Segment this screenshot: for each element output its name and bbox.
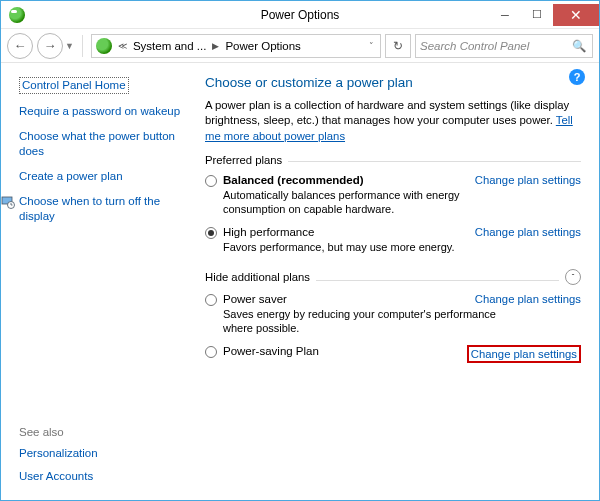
plan-name[interactable]: High performance — [223, 226, 314, 238]
address-bar[interactable]: ≪ System and ... ▶ Power Options ˅ — [91, 34, 381, 58]
breadcrumb-seg[interactable]: Power Options — [225, 40, 300, 52]
radio-power-saving-plan[interactable] — [205, 346, 217, 358]
radio-balanced[interactable] — [205, 175, 217, 187]
plan-high-performance: High performance Change plan settings Fa… — [205, 226, 581, 254]
window-controls: ─ ☐ ✕ — [489, 4, 599, 26]
window-title: Power Options — [261, 8, 340, 22]
separator — [82, 35, 83, 57]
collapse-button[interactable]: ˆ — [565, 269, 581, 285]
control-panel-home-link[interactable]: Control Panel Home — [19, 77, 129, 94]
maximize-button[interactable]: ☐ — [521, 4, 553, 26]
plan-name[interactable]: Power-saving Plan — [223, 345, 319, 357]
back-button[interactable]: ← — [7, 33, 33, 59]
page-heading: Choose or customize a power plan — [205, 75, 581, 90]
see-also-personalization[interactable]: Personalization — [19, 446, 98, 461]
sidebar: Control Panel Home Require a password on… — [1, 63, 191, 501]
plan-name[interactable]: Power saver — [223, 293, 287, 305]
radio-power-saver[interactable] — [205, 294, 217, 306]
change-plan-settings-link[interactable]: Change plan settings — [475, 293, 581, 305]
help-icon[interactable]: ? — [569, 69, 585, 85]
forward-button[interactable]: → — [37, 33, 63, 59]
breadcrumb-sep-icon: ≪ — [118, 41, 127, 51]
preferred-plans-header: Preferred plans — [205, 154, 581, 166]
sidebar-link-display-off[interactable]: Choose when to turn off the display — [19, 194, 181, 224]
power-options-icon — [9, 7, 25, 23]
change-plan-settings-link[interactable]: Change plan settings — [475, 174, 581, 186]
sidebar-link-password[interactable]: Require a password on wakeup — [19, 104, 181, 119]
monitor-clock-icon — [1, 195, 15, 209]
toolbar: ← → ▼ ≪ System and ... ▶ Power Options ˅… — [1, 29, 599, 63]
plan-desc: Automatically balances performance with … — [223, 188, 581, 217]
search-input[interactable]: Search Control Panel 🔍 — [415, 34, 593, 58]
plan-power-saver: Power saver Change plan settings Saves e… — [205, 293, 581, 336]
plan-balanced: Balanced (recommended) Change plan setti… — [205, 174, 581, 217]
highlight-box: Change plan settings — [467, 345, 581, 363]
history-dropdown-icon[interactable]: ▼ — [65, 41, 74, 51]
see-also: See also Personalization User Accounts — [19, 426, 98, 492]
radio-high-performance[interactable] — [205, 227, 217, 239]
address-icon — [96, 38, 112, 54]
change-plan-settings-link[interactable]: Change plan settings — [475, 226, 581, 238]
search-icon: 🔍 — [572, 39, 586, 53]
plan-desc: Favors performance, but may use more ene… — [223, 240, 581, 254]
plan-power-saving-plan: Power-saving Plan Change plan settings — [205, 345, 581, 363]
close-button[interactable]: ✕ — [553, 4, 599, 26]
sidebar-link-power-button[interactable]: Choose what the power button does — [19, 129, 181, 159]
plan-desc: Saves energy by reducing your computer's… — [223, 307, 581, 336]
breadcrumb-seg[interactable]: System and ... — [133, 40, 207, 52]
titlebar: Power Options ─ ☐ ✕ — [1, 1, 599, 29]
see-also-user-accounts[interactable]: User Accounts — [19, 469, 98, 484]
chevron-down-icon[interactable]: ˅ — [369, 41, 374, 51]
chevron-right-icon: ▶ — [212, 41, 219, 51]
search-placeholder: Search Control Panel — [420, 40, 529, 52]
refresh-button[interactable]: ↻ — [385, 34, 411, 58]
main-content: ? Choose or customize a power plan A pow… — [191, 63, 599, 501]
see-also-header: See also — [19, 426, 98, 438]
minimize-button[interactable]: ─ — [489, 4, 521, 26]
sidebar-link-create-plan[interactable]: Create a power plan — [19, 169, 181, 184]
change-plan-settings-link[interactable]: Change plan settings — [471, 348, 577, 360]
plan-name[interactable]: Balanced (recommended) — [223, 174, 364, 186]
hide-plans-header[interactable]: Hide additional plans ˆ — [205, 269, 581, 285]
description: A power plan is a collection of hardware… — [205, 98, 581, 144]
